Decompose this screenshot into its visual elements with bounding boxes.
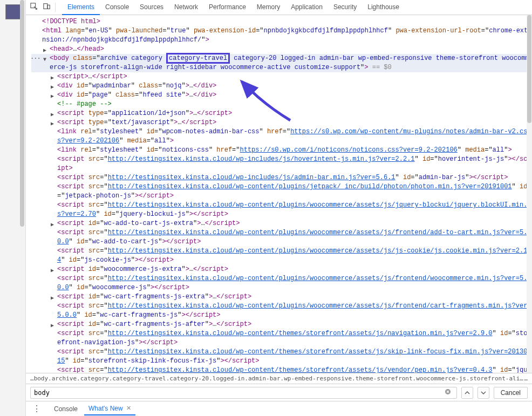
- page-thumbnail: [5, 4, 21, 19]
- tab-lighthouse[interactable]: Lighthouse: [362, 0, 405, 15]
- drawer-tab-console[interactable]: Console: [50, 403, 82, 415]
- dom-row[interactable]: <script src="http://testingsitex.kinsta.…: [31, 182, 532, 201]
- dom-row[interactable]: <script src="http://testingsitex.kinsta.…: [31, 366, 532, 373]
- dom-row[interactable]: ▶<div id="wpadminbar" class="nojq">…</di…: [31, 81, 532, 91]
- tab-application[interactable]: Application: [285, 0, 328, 15]
- close-icon[interactable]: ✕: [125, 405, 131, 412]
- breadcrumb-ellipsis: …: [524, 375, 528, 382]
- search-next-button[interactable]: [478, 387, 489, 399]
- dom-row[interactable]: ▶<script type="text/javascript">…</scrip…: [31, 118, 532, 127]
- dom-row[interactable]: <!-- #page -->: [31, 100, 532, 109]
- search-prev-button[interactable]: [461, 387, 473, 399]
- drawer-menu-icon[interactable]: ⋮: [29, 404, 44, 414]
- dom-row[interactable]: <script src="http://testingsitex.kinsta.…: [31, 155, 532, 173]
- panel-tabs: ElementsConsoleSourcesNetworkPerformance…: [62, 0, 405, 15]
- breadcrumb-bar[interactable]: … body.archive.category.category-travel.…: [26, 373, 532, 384]
- drawer-tab-what-s-new[interactable]: What's New✕: [84, 403, 135, 415]
- dom-row[interactable]: <link rel="stylesheet" id="wpcom-notes-a…: [31, 127, 532, 146]
- dom-row[interactable]: ▶<script id="wc-add-to-cart-js-extra">…<…: [31, 219, 532, 228]
- drawer-tabs: ⋮ ConsoleWhat's New✕: [26, 401, 532, 416]
- cancel-button[interactable]: Cancel: [494, 387, 528, 399]
- dom-row[interactable]: ▶<script id="wc-cart-fragments-js-after"…: [31, 320, 532, 329]
- tab-sources[interactable]: Sources: [134, 0, 169, 15]
- device-toolbar-icon[interactable]: [43, 3, 51, 12]
- breadcrumb-text[interactable]: body.archive.category.category-travel.ca…: [34, 375, 524, 382]
- dom-row[interactable]: ▼···<body class="archive category catego…: [31, 54, 532, 72]
- dom-row[interactable]: <script src="http://testingsitex.kinsta.…: [31, 329, 532, 347]
- devtools-sidebar: [0, 0, 26, 416]
- tab-elements[interactable]: Elements: [62, 0, 100, 15]
- dom-row[interactable]: <script src="http://testingsitex.kinsta.…: [31, 347, 532, 366]
- dom-scrollbar[interactable]: [527, 15, 532, 373]
- svg-rect-1: [44, 4, 47, 9]
- dom-row[interactable]: ▶<script>…</script>: [31, 72, 532, 81]
- dom-row[interactable]: ▶<script type="application/ld+json">…</s…: [31, 109, 532, 118]
- dom-row[interactable]: ▶<div id="page" class="hfeed site">…</di…: [31, 91, 532, 100]
- dom-row[interactable]: <script src="http://testingsitex.kinsta.…: [31, 228, 532, 247]
- search-input[interactable]: [34, 389, 442, 397]
- dom-row[interactable]: ▶<head>…</head>: [31, 45, 532, 54]
- tab-memory[interactable]: Memory: [251, 0, 285, 15]
- svg-rect-2: [47, 5, 50, 9]
- breadcrumb-prefix: …: [30, 375, 34, 382]
- dom-row[interactable]: <script src="http://testingsitex.kinsta.…: [31, 274, 532, 292]
- expand-toggle-icon[interactable]: ▼: [43, 55, 46, 64]
- search-bar: Cancel: [26, 384, 532, 401]
- sidebar-scrollbar[interactable]: [20, 0, 24, 227]
- dom-row[interactable]: ▶<script id="wc-cart-fragments-js-extra"…: [31, 292, 532, 302]
- dom-row[interactable]: <!DOCTYPE html>: [31, 17, 532, 26]
- dom-row[interactable]: <script src="http://testingsitex.kinsta.…: [31, 302, 532, 320]
- dom-row[interactable]: <link rel="stylesheet" id="noticons-css"…: [31, 146, 532, 155]
- clear-search-icon[interactable]: [442, 388, 453, 397]
- devtools-toolbar: ElementsConsoleSourcesNetworkPerformance…: [26, 0, 532, 15]
- dom-row[interactable]: ▶<script id="woocommerce-js-extra">…</sc…: [31, 265, 532, 274]
- dom-row[interactable]: <script src="http://testingsitex.kinsta.…: [31, 173, 532, 182]
- tab-security[interactable]: Security: [328, 0, 362, 15]
- tab-console[interactable]: Console: [100, 0, 134, 15]
- dom-tree[interactable]: <!DOCTYPE html><html lang="en-US" pwa-la…: [26, 15, 532, 373]
- tab-performance[interactable]: Performance: [203, 0, 251, 15]
- dom-row[interactable]: <html lang="en-US" pwa-launched="true" p…: [31, 26, 532, 45]
- dom-row[interactable]: <script src="http://testingsitex.kinsta.…: [31, 201, 532, 219]
- dom-row[interactable]: <script src="http://testingsitex.kinsta.…: [31, 247, 532, 265]
- inspect-element-icon[interactable]: [30, 3, 38, 12]
- tab-network[interactable]: Network: [169, 0, 203, 15]
